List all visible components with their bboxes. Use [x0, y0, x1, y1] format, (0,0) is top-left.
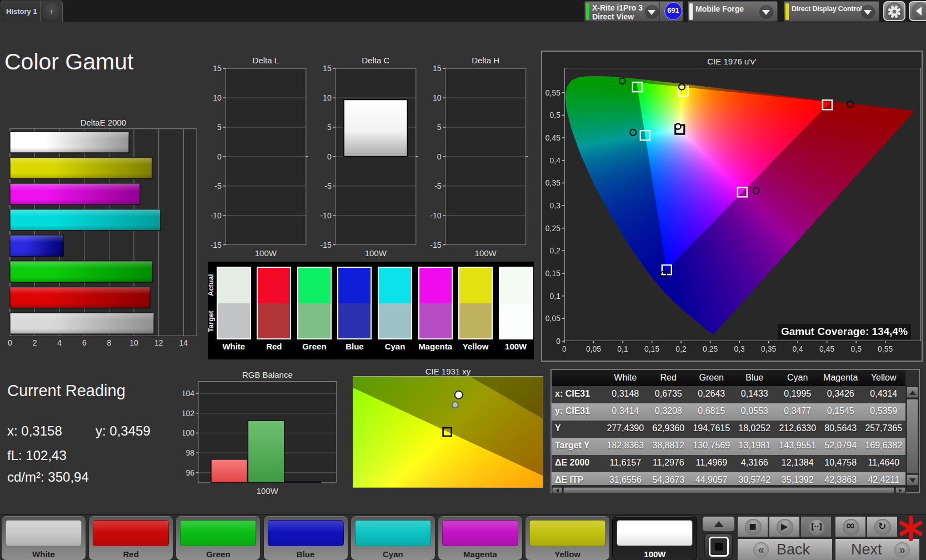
- swatch-target: [218, 303, 250, 339]
- table-cell: 10,4758: [819, 458, 863, 468]
- patch-swatch: [442, 520, 518, 546]
- patch-label: White: [2, 549, 86, 559]
- chart-text: 10: [323, 93, 332, 102]
- arrow-right-icon: [899, 488, 902, 493]
- meter-mode: Direct View: [592, 12, 634, 21]
- patch-button-cyan[interactable]: Cyan: [351, 516, 436, 560]
- play-button[interactable]: ▶: [769, 516, 800, 537]
- chart-text: -10: [320, 211, 331, 220]
- swatch-green: [297, 267, 332, 339]
- swatch-actual: [379, 268, 411, 303]
- collapse-panel-button[interactable]: [909, 1, 926, 21]
- color-data-table: WhiteRedGreenBlueCyanMagentaYellowx: CIE…: [550, 369, 920, 493]
- patch-button-blue[interactable]: Blue: [263, 516, 348, 560]
- h-scroll-left-button[interactable]: [552, 487, 562, 493]
- patch-swatch: [355, 520, 431, 546]
- chart-text: 0,4: [792, 344, 803, 353]
- chart-text: -15: [320, 241, 331, 249]
- display-control-dropdown[interactable]: Direct Display Control: [784, 1, 879, 22]
- table-row-label: x: CIE31: [555, 389, 590, 399]
- chevron-down-icon[interactable]: [861, 5, 875, 19]
- chart-text: Delta L: [253, 56, 279, 65]
- chart-text: 15: [433, 64, 442, 73]
- loop-button[interactable]: ∞: [835, 516, 866, 537]
- back-button[interactable]: « Back: [737, 538, 833, 560]
- display-name: Direct Display Control: [792, 5, 862, 13]
- tab-history[interactable]: History 1 +: [1, 1, 63, 22]
- patch-label: 100W: [613, 549, 697, 559]
- table-cell: 38,8812: [647, 441, 690, 451]
- chart-rect: [248, 421, 284, 483]
- v-scroll-up-button[interactable]: [907, 387, 918, 398]
- stop-button[interactable]: ■: [737, 516, 768, 537]
- h-scroll-right-button[interactable]: [895, 487, 905, 493]
- swatch-white: [217, 267, 251, 339]
- patch-swatch: [180, 520, 256, 546]
- refresh-button[interactable]: ↻: [867, 516, 898, 537]
- display-status-strip: [785, 3, 789, 20]
- chart-rect: [10, 132, 129, 153]
- swatch-100w: [499, 267, 533, 339]
- arrow-down-icon: [909, 478, 916, 483]
- chart-text: 10: [129, 338, 138, 347]
- patch-button-red[interactable]: Red: [88, 516, 173, 560]
- v-scroll-thumb[interactable]: [907, 399, 918, 473]
- chart-text: Delta C: [362, 56, 389, 65]
- table-cell: 44,9057: [690, 475, 733, 485]
- reading-y: y: 0,3459: [96, 423, 151, 439]
- table-cell: 257,7365: [862, 423, 905, 433]
- rgb-balance-chart: RGB Balance9698100102104100W: [183, 368, 344, 496]
- table-header: WhiteRedGreenBlueCyanMagentaYellow: [552, 370, 905, 386]
- patch-button-magenta[interactable]: Magenta: [438, 516, 523, 560]
- add-tab-button[interactable]: +: [43, 3, 60, 21]
- chart-text: 0: [556, 337, 560, 346]
- swatch-target: [419, 303, 452, 339]
- table-cell: 0,1433: [733, 389, 777, 399]
- chart-text: 0,3: [734, 344, 745, 353]
- chart-text: 15: [323, 64, 332, 73]
- chart-rect: [10, 158, 152, 179]
- table-cell: 11,6157: [604, 458, 647, 468]
- chart-text: 102: [183, 409, 194, 418]
- chart-text: 5: [437, 123, 442, 132]
- chevron-down-icon[interactable]: [645, 5, 659, 19]
- tab-history-label: History 1: [6, 7, 37, 16]
- patch-button-white[interactable]: White: [1, 516, 86, 560]
- chart-text: 100: [183, 428, 194, 437]
- pattern-button[interactable]: [··]: [800, 516, 832, 537]
- chart-text: Delta H: [472, 56, 499, 65]
- table-cell: 0,6735: [647, 389, 690, 399]
- patch-button-green[interactable]: Green: [176, 516, 261, 560]
- page-title: Color Gamut: [4, 49, 133, 75]
- patch-button-100w[interactable]: 100W: [612, 516, 697, 560]
- layout-picker-button[interactable]: [704, 533, 733, 560]
- chart-text: 0: [217, 152, 222, 161]
- chart-text: -10: [430, 211, 441, 220]
- chart-text: 0,45: [545, 133, 560, 142]
- patch-button-yellow[interactable]: Yellow: [525, 516, 610, 560]
- table-cell: 169,6382: [862, 441, 905, 451]
- table-col-yellow: Yellow: [862, 373, 905, 383]
- meter-status-strip: [586, 3, 589, 20]
- table-col-green: Green: [690, 373, 733, 383]
- swatch-label: 100W: [499, 342, 533, 351]
- table-cell: 62,9360: [647, 423, 690, 433]
- table-cell: 13,1981: [733, 441, 777, 451]
- v-scroll-down-button[interactable]: [907, 474, 918, 486]
- meter-count-badge[interactable]: 691: [664, 2, 682, 20]
- source-dropdown[interactable]: Mobile Forge: [688, 1, 778, 22]
- expand-layout-button[interactable]: [702, 516, 735, 532]
- chevron-down-icon[interactable]: [759, 5, 773, 19]
- swatch-actual: [500, 268, 532, 303]
- h-scroll-thumb[interactable]: [563, 487, 894, 493]
- chart-rect: [211, 459, 247, 483]
- table-cell: 42,4211: [862, 475, 905, 485]
- loop-glyph: ∞: [835, 519, 865, 532]
- table-col-magenta: Magenta: [819, 373, 863, 383]
- chart-text: 0: [8, 338, 12, 347]
- swatch-row-label: Target: [207, 304, 217, 339]
- chart-text: 100W: [365, 248, 387, 258]
- chart-rect: [10, 209, 161, 231]
- settings-button[interactable]: [883, 1, 905, 21]
- chart-text: 0,05: [545, 314, 560, 323]
